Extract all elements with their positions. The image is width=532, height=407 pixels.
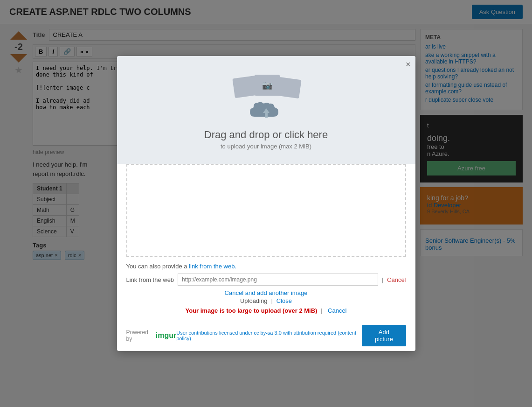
link-from-web-text: You can also provide a link from the web… [126, 263, 406, 266]
modal-close-button[interactable]: × [406, 60, 411, 70]
drop-zone[interactable] [126, 164, 406, 257]
upload-subtitle: to upload your image (max 2 MiB) [221, 143, 311, 150]
thumbnail-1 [232, 76, 258, 98]
image-upload-modal: × Drag and drop or click here to upload … [117, 56, 415, 266]
upload-icons [229, 75, 304, 121]
thumbnail-3 [276, 77, 301, 98]
modal-overlay: × Drag and drop or click here to upload … [0, 0, 532, 266]
link-from-web-link[interactable]: link from the web. [189, 263, 236, 266]
upload-drop-area[interactable]: Drag and drop or click here to upload yo… [117, 56, 415, 164]
modal-bottom: You can also provide a link from the web… [117, 257, 415, 266]
upload-title: Drag and drop or click here [204, 129, 328, 141]
link-text-static: You can also provide a [126, 263, 187, 266]
thumbnail-2 [255, 75, 280, 96]
cloud-upload-icon [248, 98, 285, 121]
